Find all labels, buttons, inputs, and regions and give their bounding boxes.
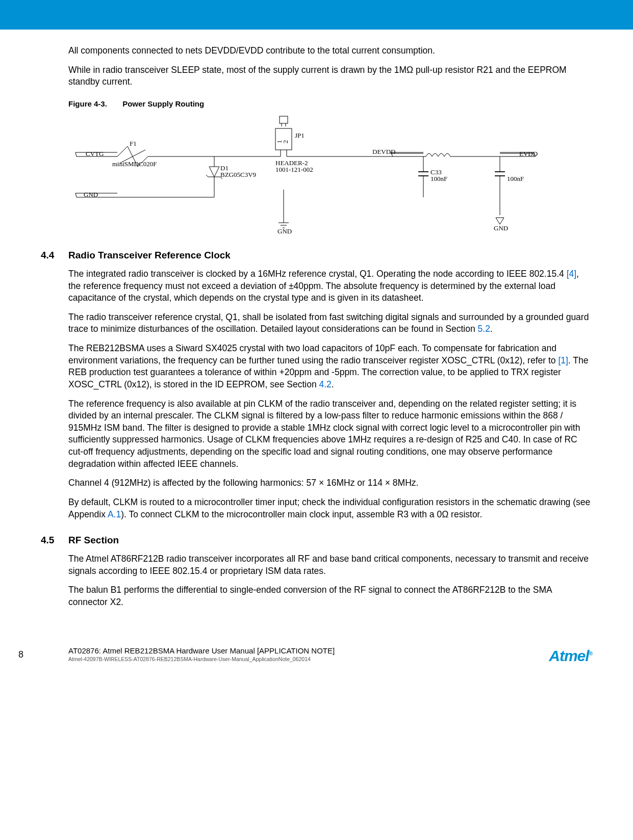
section-4-4-title: Radio Transceiver Reference Clock	[68, 250, 231, 260]
svg-line-2	[75, 152, 77, 156]
svg-marker-9	[209, 167, 219, 177]
schematic-figure: CVTG F1 miniSMDC020F D1 BZG05C3V9 GND JP…	[56, 113, 571, 235]
sec44-p3a: The REB212BSMA uses a Siward SX4025 crys…	[68, 343, 558, 365]
sec44-p1a: The integrated radio transceiver is cloc…	[68, 269, 567, 279]
sec44-p2a: The radio transceiver reference crystal,…	[68, 312, 589, 334]
lbl-devdd: DEVDD	[372, 148, 396, 156]
section-4-4-num: 4.4	[41, 250, 68, 261]
sec44-p6: By default, CLKM is routed to a microcon…	[68, 496, 592, 520]
sec44-p2: The radio transceiver reference crystal,…	[68, 311, 592, 335]
section-4-5-title: RF Section	[68, 535, 119, 545]
sec44-p6b: ). To connect CLKM to the microcontrolle…	[121, 509, 482, 519]
lbl-gnd-left: GND	[84, 191, 98, 199]
schematic-svg	[56, 113, 571, 235]
lbl-f1: F1	[130, 140, 137, 148]
svg-line-3	[117, 146, 128, 156]
atmel-logo: Atmel®	[549, 647, 592, 665]
footer-subtitle: Atmel-42097B-WIRELESS-AT02876-REB212BSMA…	[68, 656, 592, 662]
sec44-p1: The integrated radio transceiver is cloc…	[68, 268, 592, 304]
figure-number: Figure 4-3.	[68, 99, 120, 108]
footer-title: AT02876: Atmel REB212BSMA Hardware User …	[68, 646, 592, 655]
lbl-gnd-mid: GND	[277, 227, 292, 235]
sec45-p2: The balun B1 performs the differential t…	[68, 584, 592, 608]
ref-4-link[interactable]: [4]	[567, 269, 576, 279]
sec44-p4: The reference frequency is also availabl…	[68, 398, 592, 470]
lbl-c33val: 100nF	[431, 175, 447, 183]
svg-rect-22	[280, 116, 288, 123]
ref-5-2-link[interactable]: 5.2	[478, 324, 490, 334]
sec44-p3: The REB212BSMA uses a Siward SX4025 crys…	[68, 343, 592, 391]
ref-a1-link[interactable]: A.1	[108, 509, 121, 519]
lbl-jp1: JP1	[295, 132, 305, 140]
lbl-headerpart: 1001-121-002	[275, 166, 313, 174]
lbl-cvtg: CVTG	[86, 150, 104, 158]
page-content: All components connected to nets DEVDD/E…	[0, 30, 633, 626]
section-4-5-num: 4.5	[41, 535, 68, 546]
svg-rect-19	[275, 128, 292, 150]
header-bar	[0, 0, 633, 30]
sec44-p5: Channel 4 (912MHz) is affected by the fo…	[68, 477, 592, 489]
svg-line-16	[75, 193, 77, 197]
svg-line-11	[206, 175, 208, 177]
logo-text: Atmel	[549, 647, 589, 664]
section-4-5-heading: 4.5RF Section	[41, 535, 592, 546]
lbl-gnd-right: GND	[494, 224, 508, 232]
lbl-d1part: BZG05C3V9	[220, 171, 256, 179]
intro-p1: All components connected to nets DEVDD/E…	[68, 45, 592, 57]
lbl-evdd: EVDD	[519, 150, 538, 158]
sec45-p1: The Atmel AT86RF212B radio transceiver i…	[68, 553, 592, 577]
sec44-p3c: .	[332, 379, 334, 389]
lbl-minismdc: miniSMDC020F	[112, 160, 157, 168]
lbl-jp1-2: 2	[282, 140, 290, 144]
page-number: 8	[18, 649, 23, 660]
ref-4-2-link[interactable]: 4.2	[319, 379, 331, 389]
intro-p2: While in radio transceiver SLEEP state, …	[68, 64, 592, 88]
ref-1-link[interactable]: [1]	[558, 355, 568, 365]
section-4-4-heading: 4.4Radio Transceiver Reference Clock	[41, 250, 592, 261]
sec44-p2b: .	[490, 324, 493, 334]
logo-reg: ®	[589, 651, 592, 657]
figure-title: Power Supply Routing	[122, 99, 204, 108]
svg-marker-52	[496, 218, 504, 224]
lbl-crightval: 100nF	[507, 175, 524, 183]
figure-caption: Figure 4-3. Power Supply Routing	[68, 99, 592, 108]
page-footer: 8 AT02876: Atmel REB212BSMA Hardware Use…	[0, 626, 633, 677]
